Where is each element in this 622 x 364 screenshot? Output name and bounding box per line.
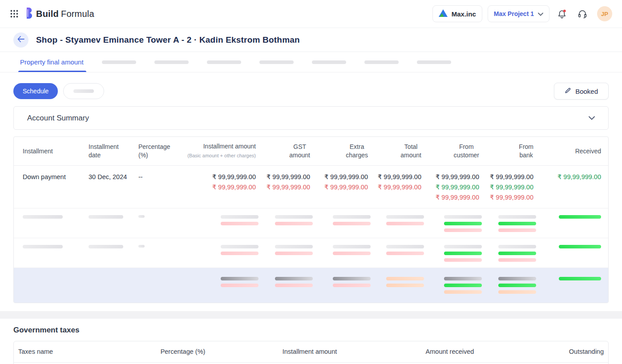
skeleton-bar <box>221 284 258 287</box>
skeleton-bar <box>221 277 258 280</box>
company-logo-icon <box>439 9 448 18</box>
support-headset-icon[interactable] <box>576 8 589 20</box>
skeleton-bar <box>498 252 536 255</box>
tab-loading-placeholder <box>154 60 189 64</box>
installment-amount-cell: ₹ 99,99,999.00 ₹ 99,99,999.00 <box>183 166 262 208</box>
account-summary-panel[interactable]: Account Summary <box>13 106 609 130</box>
tab-loading-placeholder <box>312 60 346 64</box>
received-cell: ₹ 99,99,999.00 <box>540 166 608 208</box>
gst-amount-cell: ₹ 99,99,999.00 ₹ 99,99,999.00 <box>262 166 316 208</box>
skeleton-bar <box>386 284 424 287</box>
table-header-row: Installment Installment date Percentage … <box>14 137 608 166</box>
installment-percentage: -- <box>135 166 183 208</box>
skeleton-bar <box>498 215 536 219</box>
section-divider <box>0 311 622 319</box>
skeleton-bar <box>498 245 536 248</box>
skeleton-bar <box>89 215 123 219</box>
company-chip[interactable]: Max.inc <box>432 5 482 22</box>
brand-logo[interactable]: BuildFormula <box>25 7 94 21</box>
skeleton-bar <box>138 245 145 248</box>
col-gst-amount: GSTamount <box>262 137 316 166</box>
from-customer-cell: ₹ 99,99,999.00 ₹ 99,99,999.00 ₹ 99,99,99… <box>428 166 485 208</box>
skeleton-bar <box>444 277 482 280</box>
table-row-loading <box>14 238 608 268</box>
col-extra-charges: Extracharges <box>316 137 374 166</box>
installment-name: Down payment <box>14 166 85 208</box>
skeleton-bar <box>386 245 424 248</box>
tab-bar: Property final amount <box>0 52 622 72</box>
user-avatar[interactable]: JP <box>597 6 612 21</box>
skeleton-bar <box>275 245 313 248</box>
skeleton-bar <box>333 245 371 248</box>
skeleton-bar <box>498 284 536 287</box>
col-tax-percentage: Percentage (%) <box>129 341 236 363</box>
skeleton-bar <box>386 215 424 219</box>
skeleton-bar <box>221 222 258 225</box>
page-header: Shop - Styamev Eminance Tower A - 2 · Ka… <box>0 28 622 52</box>
skeleton-bar <box>444 228 482 232</box>
gov-table-row <box>14 363 608 364</box>
skeleton-bar <box>73 89 94 93</box>
tab-loading-placeholder <box>259 60 294 64</box>
skeleton-bar <box>559 215 601 219</box>
table-row-totals <box>14 268 608 303</box>
skeleton-bar <box>444 290 482 294</box>
skeleton-bar <box>275 277 313 280</box>
skeleton-bar <box>275 252 313 255</box>
tab-property-final-amount[interactable]: Property final amount <box>20 52 84 72</box>
page-title: Shop - Styamev Eminance Tower A - 2 · Ka… <box>36 35 300 45</box>
back-button[interactable] <box>13 32 28 48</box>
skeleton-bar <box>559 245 601 248</box>
col-received: Received <box>540 137 608 166</box>
government-taxes-table: Taxes name Percentage (%) Installment am… <box>13 341 609 364</box>
col-taxes-name: Taxes name <box>14 341 129 363</box>
notifications-bell-icon[interactable] <box>556 8 568 20</box>
skeleton-bar <box>498 228 536 232</box>
arrow-left-icon <box>17 36 24 44</box>
skeleton-bar <box>138 215 145 218</box>
gov-table-header-row: Taxes name Percentage (%) Installment am… <box>14 341 608 363</box>
government-taxes-title: Government taxes <box>13 326 609 335</box>
chevron-down-icon[interactable] <box>589 116 595 120</box>
skeleton-bar <box>89 245 123 248</box>
col-tax-amount-received: Amount received <box>383 341 517 363</box>
col-installment-amount: Installment amount (Basic amount + other… <box>183 137 262 166</box>
skeleton-bar <box>221 252 258 255</box>
tab-loading-placeholder <box>207 60 241 64</box>
skeleton-bar <box>498 277 536 280</box>
total-amount-cell: ₹ 99,99,999.00 ₹ 99,99,999.00 <box>374 166 428 208</box>
pencil-icon <box>565 88 571 95</box>
table-row-down-payment: Down payment 30 Dec, 2024 -- ₹ 99,99,999… <box>14 166 608 208</box>
skeleton-bar <box>386 222 424 225</box>
col-installment-amount-note: (Basic amount + other charges) <box>186 152 256 160</box>
col-total-amount: Totalamount <box>374 137 428 166</box>
col-tax-installment-amount: Installment amount <box>236 341 383 363</box>
col-percentage: Percentage (%) <box>135 137 183 166</box>
toggle-loading-button[interactable] <box>63 83 104 99</box>
skeleton-bar <box>275 284 313 287</box>
account-summary-title: Account Summary <box>27 114 89 123</box>
skeleton-bar <box>444 258 482 262</box>
schedule-button[interactable]: Schedule <box>13 83 58 99</box>
schedule-toolbar: Schedule Booked <box>13 83 609 100</box>
app-grid-icon[interactable] <box>10 9 19 18</box>
skeleton-bar <box>221 215 258 219</box>
col-installment: Installment <box>14 137 85 166</box>
company-name: Max.inc <box>452 10 476 18</box>
booked-button[interactable]: Booked <box>554 83 609 100</box>
skeleton-bar <box>333 222 371 225</box>
skeleton-bar <box>498 258 536 262</box>
col-from-bank: Frombank <box>485 137 540 166</box>
skeleton-bar <box>559 277 601 280</box>
build-formula-icon <box>25 7 32 21</box>
skeleton-bar <box>444 245 482 248</box>
skeleton-bar <box>498 222 536 225</box>
skeleton-bar <box>386 252 424 255</box>
top-bar: BuildFormula Max.inc Max Project 1 <box>0 0 622 28</box>
col-installment-date: Installment date <box>85 137 135 166</box>
skeleton-bar <box>275 222 313 225</box>
project-selector[interactable]: Max Project 1 <box>488 5 549 22</box>
skeleton-bar <box>333 215 371 219</box>
installment-date: 30 Dec, 2024 <box>85 166 135 208</box>
skeleton-bar <box>444 252 482 255</box>
